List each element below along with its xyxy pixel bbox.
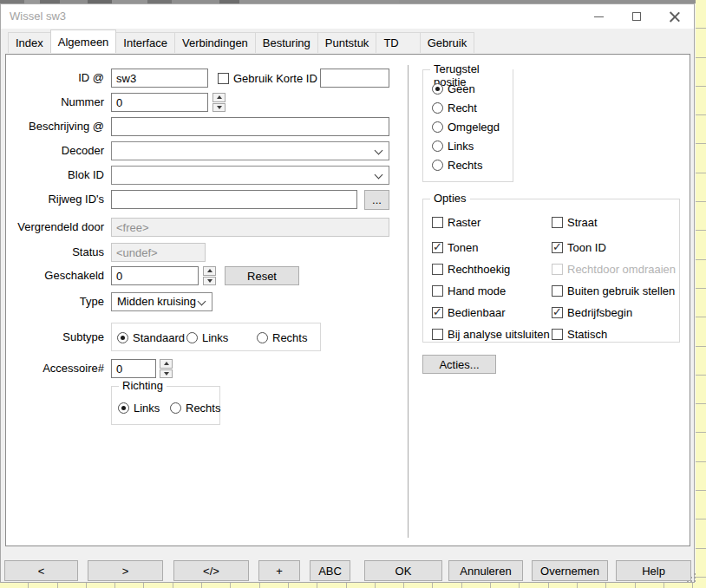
optie-raster[interactable]: Raster bbox=[432, 215, 480, 229]
subtype-option-standaard[interactable]: Standaard bbox=[117, 330, 185, 344]
spin-up-button[interactable] bbox=[160, 359, 173, 369]
chevron-down-icon bbox=[375, 171, 383, 180]
tab-verbindingen[interactable]: Verbindingen bbox=[174, 32, 256, 53]
vergrendeld-input bbox=[111, 218, 389, 237]
beschrijving-label: Beschrijving @ bbox=[6, 117, 104, 136]
korte-id-checkbox[interactable] bbox=[218, 73, 229, 84]
wissel-dialog: Wissel sw3 Index Algemeen Interface Verb… bbox=[0, 3, 695, 583]
rijweg-input[interactable] bbox=[111, 190, 357, 209]
blok-row: Blok ID bbox=[6, 166, 405, 185]
spin-down-button[interactable] bbox=[203, 277, 216, 286]
minimize-button[interactable] bbox=[579, 4, 618, 29]
optie-toon-id[interactable]: Toon ID bbox=[552, 240, 606, 254]
optie-tonen[interactable]: Tonen bbox=[432, 240, 478, 254]
accessoire-input[interactable] bbox=[111, 359, 156, 378]
optie-rechthoekig[interactable]: Rechthoekig bbox=[432, 262, 510, 276]
annuleren-button[interactable]: Annuleren bbox=[448, 560, 523, 581]
titlebar[interactable]: Wissel sw3 bbox=[1, 4, 694, 29]
radio-links[interactable] bbox=[186, 332, 198, 343]
ok-button[interactable]: OK bbox=[364, 560, 442, 581]
close-icon bbox=[670, 11, 680, 22]
tab-besturing[interactable]: Besturing bbox=[255, 32, 318, 53]
optie-hand-mode[interactable]: Hand mode bbox=[432, 284, 506, 297]
checkbox-buiten-gebruik-stellen[interactable] bbox=[552, 285, 563, 297]
terugstel-option-links[interactable]: Links bbox=[432, 139, 474, 153]
nummer-input[interactable] bbox=[111, 93, 208, 112]
checkbox-hand-mode[interactable] bbox=[432, 285, 443, 297]
radio-rechts[interactable] bbox=[432, 160, 443, 171]
accessoire-label: Accessoire# bbox=[6, 359, 104, 378]
help-button[interactable]: Help bbox=[616, 560, 691, 581]
abc-button[interactable]: ABC bbox=[310, 560, 350, 581]
richting-option-links[interactable]: Links bbox=[118, 401, 160, 415]
optie-buiten-gebruik-stellen[interactable]: Buiten gebruik stellen bbox=[552, 284, 675, 297]
type-value: Midden kruising bbox=[117, 293, 196, 310]
spin-down-button[interactable] bbox=[160, 369, 173, 379]
korte-id-input[interactable] bbox=[320, 69, 389, 88]
spin-up-button[interactable] bbox=[203, 266, 216, 276]
tab-puntstuk[interactable]: Puntstuk bbox=[317, 32, 377, 53]
checkbox-bedrijfsbegin[interactable] bbox=[552, 307, 563, 318]
tab-gebruik[interactable]: Gebruik bbox=[420, 32, 475, 53]
radio-rechts[interactable] bbox=[257, 332, 268, 343]
radio-rechts[interactable] bbox=[170, 402, 181, 414]
opties-group-title: Opties bbox=[430, 192, 470, 205]
korte-id-option[interactable]: Gebruik Korte ID bbox=[218, 72, 317, 84]
subtype-option-rechts[interactable]: Rechts bbox=[257, 330, 307, 344]
tab-index[interactable]: Index bbox=[8, 32, 51, 53]
richting-option-rechts[interactable]: Rechts bbox=[170, 401, 220, 415]
next-button[interactable]: > bbox=[88, 560, 163, 581]
radio-links[interactable] bbox=[432, 140, 443, 152]
reset-button[interactable]: Reset bbox=[225, 266, 299, 285]
acties-button[interactable]: Acties... bbox=[422, 355, 496, 374]
type-combobox[interactable]: Midden kruising bbox=[111, 292, 212, 311]
checkbox-tonen[interactable] bbox=[432, 242, 443, 253]
maximize-icon bbox=[632, 12, 641, 21]
close-button[interactable] bbox=[656, 4, 694, 29]
checkbox-straat[interactable] bbox=[552, 217, 563, 228]
subtype-option-links[interactable]: Links bbox=[186, 330, 228, 344]
spin-down-button[interactable] bbox=[212, 103, 226, 113]
terugstel-option-omgelegd[interactable]: Omgelegd bbox=[432, 120, 500, 134]
radio-standaard[interactable] bbox=[117, 332, 128, 343]
blok-combobox[interactable] bbox=[111, 166, 389, 185]
overnemen-button[interactable]: Overnemen bbox=[532, 560, 608, 581]
terugstel-option-recht[interactable]: Recht bbox=[432, 101, 477, 114]
checkbox-rechthoekig[interactable] bbox=[432, 264, 443, 275]
checkbox-statisch[interactable] bbox=[552, 329, 563, 340]
tab-interface[interactable]: Interface bbox=[115, 32, 175, 53]
maximize-button[interactable] bbox=[618, 4, 656, 29]
checkbox-bedienbaar[interactable] bbox=[432, 307, 443, 318]
blok-label: Blok ID bbox=[6, 166, 104, 185]
spin-up-button[interactable] bbox=[212, 93, 226, 102]
optie-bedrijfsbegin[interactable]: Bedrijfsbegin bbox=[552, 305, 632, 319]
vergrendeld-row: Vergrendeld door bbox=[6, 218, 405, 237]
optie-bedienbaar[interactable]: Bedienbaar bbox=[432, 305, 506, 319]
accessoire-spinner bbox=[160, 359, 173, 378]
xml-button[interactable]: </> bbox=[173, 560, 249, 581]
terugstel-option-geen[interactable]: Geen bbox=[432, 82, 475, 95]
optie-straat[interactable]: Straat bbox=[552, 215, 598, 229]
geschakeld-input[interactable] bbox=[111, 266, 199, 285]
add-button[interactable]: + bbox=[258, 560, 300, 581]
radio-recht[interactable] bbox=[432, 102, 443, 114]
beschrijving-input[interactable] bbox=[111, 117, 389, 136]
radio-links[interactable] bbox=[118, 402, 129, 414]
radio-omgelegd[interactable] bbox=[432, 121, 443, 133]
beschrijving-row: Beschrijving @ bbox=[6, 117, 405, 136]
prev-button[interactable]: < bbox=[4, 560, 78, 581]
checkbox-raster[interactable] bbox=[432, 217, 443, 228]
radio-geen[interactable] bbox=[432, 83, 443, 95]
checkbox-toon-id[interactable] bbox=[552, 242, 563, 253]
terugstel-positie-group: Terugstel positie Geen Recht Omgelegd Li… bbox=[422, 69, 513, 182]
optie-statisch[interactable]: Statisch bbox=[552, 327, 607, 341]
tab-algemeen[interactable]: Algemeen bbox=[50, 29, 117, 53]
nummer-spinner bbox=[212, 93, 226, 112]
rijweg-browse-button[interactable]: ... bbox=[364, 190, 389, 210]
tab-td[interactable]: TD bbox=[376, 32, 420, 53]
decoder-combobox[interactable] bbox=[111, 141, 389, 160]
terugstel-option-rechts[interactable]: Rechts bbox=[432, 158, 482, 172]
checkbox-bij-analyse-uitsluiten[interactable] bbox=[432, 329, 443, 340]
optie-bij-analyse-uitsluiten[interactable]: Bij analyse uitsluiten bbox=[432, 327, 550, 341]
id-input[interactable] bbox=[111, 69, 208, 88]
